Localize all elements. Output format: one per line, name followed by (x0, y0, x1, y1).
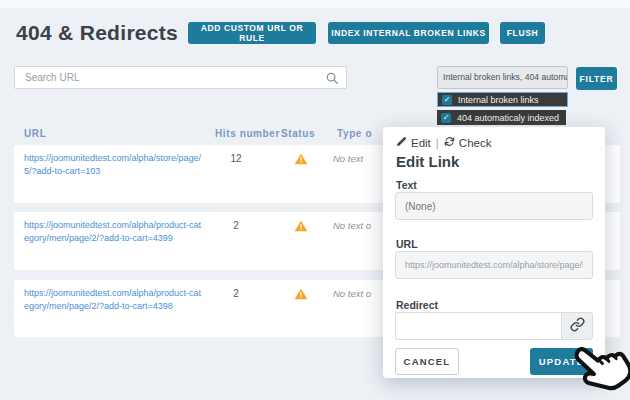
index-broken-links-button[interactable]: INDEX INTERNAL BROKEN LINKS (328, 22, 489, 44)
search-input[interactable] (15, 67, 346, 88)
filter-option-label: 404 automaticaly indexed (457, 113, 559, 123)
row-url-link[interactable]: https://joomunitedtest.com/alpha/store/p… (24, 152, 206, 178)
row-hits-value: 2 (219, 220, 253, 231)
row-type-value: No text o (333, 220, 371, 231)
pencil-icon (396, 136, 407, 149)
row-type-value: No text (333, 153, 363, 164)
checkbox-checked-icon[interactable]: ✓ (442, 95, 452, 105)
row-url-link[interactable]: https://joomunitedtest.com/alpha/product… (24, 287, 206, 313)
chain-link-icon (570, 317, 585, 336)
cancel-button[interactable]: CANCEL (395, 348, 459, 375)
column-header-url: URL (24, 128, 46, 139)
warning-triangle-icon (294, 286, 308, 304)
warning-triangle-icon (294, 218, 308, 236)
warning-triangle-icon (294, 151, 308, 169)
row-url-link[interactable]: https://joomunitedtest.com/alpha/product… (24, 219, 206, 245)
redirect-field-label: Redirect (396, 299, 438, 311)
check-action[interactable]: Check (444, 136, 492, 149)
redirect-field-row (395, 312, 593, 340)
add-custom-url-button[interactable]: ADD CUSTOM URL OR RULE (188, 22, 316, 44)
top-band (0, 0, 630, 8)
filter-option-label: Internal broken links (458, 95, 539, 105)
row-hits-value: 12 (219, 153, 253, 164)
edit-action[interactable]: Edit (396, 136, 431, 149)
url-field-input[interactable] (395, 251, 593, 279)
filter-select[interactable]: Internal broken links, 404 automati... (437, 66, 568, 89)
row-hits-value: 2 (219, 288, 253, 299)
url-field-label: URL (396, 238, 418, 250)
row-type-value: No text o (333, 288, 371, 299)
search-icon (325, 71, 339, 89)
search-bar (14, 66, 347, 89)
redirect-field-input[interactable] (395, 312, 561, 340)
column-header-status: Status (281, 128, 315, 139)
popup-title: Edit Link (396, 153, 459, 170)
404-redirects-page: 404 & Redirects ? ADD CUSTOM URL OR RULE… (0, 0, 630, 400)
column-header-type: Type o (337, 128, 372, 139)
filter-option-404-indexed[interactable]: ✓ 404 automaticaly indexed (437, 110, 566, 125)
page-title: 404 & Redirects (16, 21, 178, 45)
flush-button[interactable]: FLUSH (500, 22, 545, 44)
refresh-icon (444, 136, 455, 149)
text-field-label: Text (396, 179, 417, 191)
action-separator: | (436, 137, 439, 149)
check-action-label: Check (459, 137, 492, 149)
filter-option-internal-broken-links[interactable]: ✓ Internal broken links (437, 92, 568, 107)
hand-cursor-icon (566, 336, 628, 398)
edit-action-label: Edit (411, 137, 431, 149)
text-field-input[interactable] (395, 192, 593, 220)
filter-button[interactable]: FILTER (576, 67, 617, 90)
popup-action-bar: Edit | Check (396, 136, 491, 149)
column-header-hits: Hits number (215, 128, 280, 139)
checkbox-checked-icon[interactable]: ✓ (441, 113, 451, 123)
